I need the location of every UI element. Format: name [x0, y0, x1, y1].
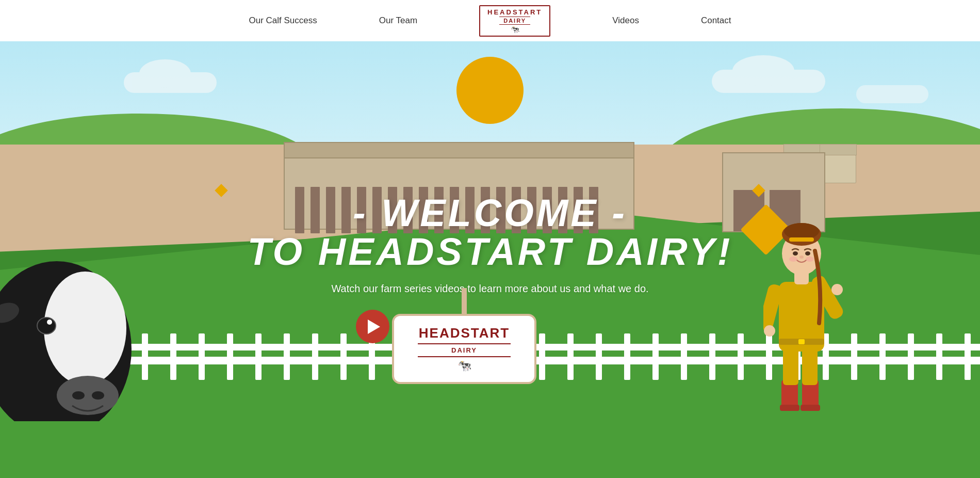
svg-rect-61 [738, 333, 744, 380]
svg-rect-68 [936, 333, 942, 380]
svg-rect-60 [709, 333, 715, 380]
diamond-top-left [217, 186, 226, 197]
svg-point-25 [784, 223, 819, 240]
svg-rect-54 [539, 333, 545, 380]
svg-point-29 [789, 257, 797, 262]
welcome-line-2: TO HEADSTART DAIRY! [248, 230, 733, 274]
svg-point-3 [44, 272, 126, 385]
svg-rect-44 [255, 333, 262, 380]
svg-point-27 [793, 251, 798, 256]
nav-logo[interactable]: HEADSTART DAIRY 🐄 [448, 5, 581, 37]
svg-rect-59 [681, 333, 687, 380]
sign-line-2 [418, 356, 510, 357]
nav-videos[interactable]: Videos [581, 15, 670, 26]
logo-text-dairy: DAIRY [503, 18, 526, 24]
play-button[interactable] [356, 310, 389, 343]
svg-rect-43 [227, 333, 233, 380]
logo-divider [499, 17, 530, 17]
svg-point-5 [72, 391, 85, 400]
diamond-top-right [754, 186, 763, 197]
welcome-line-1: - WELCOME - [248, 191, 733, 235]
svg-point-28 [805, 251, 810, 256]
navigation: Our Calf Success Our Team HEADSTART DAIR… [0, 0, 980, 41]
svg-point-7 [37, 317, 56, 334]
svg-rect-12 [780, 405, 799, 411]
svg-rect-32 [798, 339, 805, 344]
welcome-text-container: - WELCOME - TO HEADSTART DAIRY! [248, 191, 733, 274]
svg-point-21 [831, 284, 843, 295]
svg-point-4 [57, 376, 119, 415]
svg-point-8 [47, 320, 52, 325]
sign-box: HEADSTART DAIRY 🐄 [392, 314, 536, 384]
svg-point-20 [764, 325, 775, 337]
svg-rect-57 [624, 333, 630, 380]
sign-cow-icon: 🐄 [406, 359, 522, 373]
logo-wrapper: HEADSTART DAIRY 🐄 [479, 5, 550, 37]
svg-point-31 [799, 256, 804, 259]
nav-contact[interactable]: Contact [670, 15, 762, 26]
svg-rect-69 [965, 333, 971, 380]
svg-rect-41 [170, 333, 176, 380]
cloud-right [712, 70, 825, 93]
calf-hutch-2 [820, 155, 856, 183]
sign-brand-name: HEADSTART [406, 325, 522, 341]
logo-divider-2 [499, 24, 530, 25]
nav-our-team[interactable]: Our Team [348, 15, 448, 26]
sign-dairy-text: DAIRY [406, 346, 522, 354]
svg-rect-56 [596, 333, 602, 380]
svg-rect-67 [908, 333, 914, 380]
sign-line-1 [418, 343, 510, 344]
svg-point-30 [806, 257, 814, 262]
cow-head [0, 204, 150, 421]
play-button-area [356, 310, 389, 343]
logo-text-top: HEADSTART [487, 8, 542, 16]
cloud-left [124, 72, 217, 93]
play-icon [368, 320, 380, 334]
headstart-sign: HEADSTART DAIRY 🐄 [392, 288, 536, 384]
svg-rect-13 [801, 405, 820, 411]
svg-rect-46 [312, 333, 318, 380]
farmer-illustration [763, 194, 843, 416]
svg-rect-45 [284, 333, 290, 380]
svg-rect-26 [789, 237, 814, 242]
svg-rect-55 [567, 333, 574, 380]
svg-rect-42 [199, 333, 205, 380]
sign-post [462, 288, 467, 314]
svg-rect-65 [851, 333, 857, 380]
nav-links: Our Calf Success Our Team HEADSTART DAIR… [0, 5, 980, 37]
svg-point-6 [92, 391, 104, 400]
logo-cow-icon: 🐄 [511, 25, 519, 34]
svg-rect-58 [652, 333, 659, 380]
hero-scene: - WELCOME - TO HEADSTART DAIRY! Watch ou… [0, 41, 980, 478]
cloud-far-right [856, 85, 928, 103]
svg-rect-66 [879, 333, 886, 380]
nav-calf-success[interactable]: Our Calf Success [218, 15, 348, 26]
svg-rect-47 [340, 333, 347, 380]
